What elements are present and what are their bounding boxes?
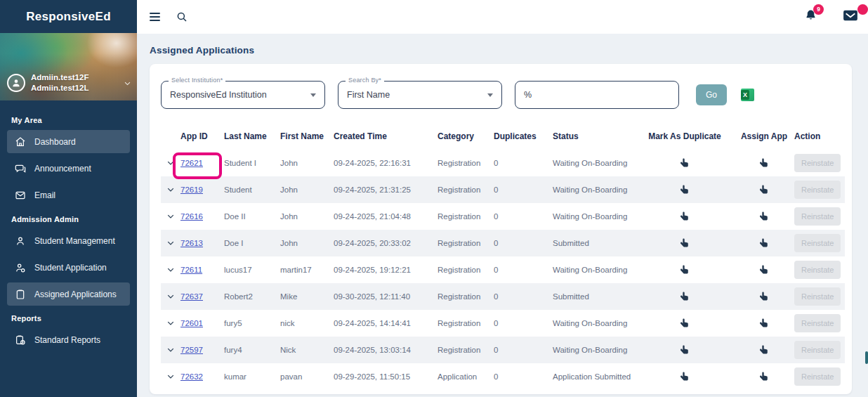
row-expand-chevron[interactable] <box>161 239 180 247</box>
filter-bar: Select Institution* ResponsiveEd Institu… <box>161 81 845 109</box>
notifications-button[interactable]: 9 <box>804 9 817 25</box>
sidebar-item-assigned-applications[interactable]: Assigned Applications <box>7 282 130 306</box>
person-icon <box>14 235 26 247</box>
row-expand-chevron[interactable] <box>161 346 180 354</box>
search-value-input[interactable]: % <box>515 81 679 109</box>
search-icon[interactable] <box>176 11 188 23</box>
applications-card: Select Institution* ResponsiveEd Institu… <box>150 64 852 394</box>
mark-as-duplicate-icon[interactable] <box>636 318 734 329</box>
app-id-link[interactable]: 72601 <box>180 319 203 327</box>
mark-as-duplicate-icon[interactable] <box>636 264 734 275</box>
sidebar-item-standard-reports[interactable]: Standard Reports <box>7 328 130 351</box>
reinstate-button[interactable]: Reinstate <box>794 367 841 386</box>
mark-as-duplicate-icon[interactable] <box>636 371 734 382</box>
app-id-link[interactable]: 72613 <box>180 239 203 247</box>
table-row: 72613 Doe I John 09-24-2025, 20:33:02 Re… <box>161 230 845 256</box>
reinstate-button[interactable]: Reinstate <box>794 261 841 279</box>
row-expand-chevron[interactable] <box>161 212 180 221</box>
status-cell: Submitted <box>553 239 636 247</box>
user-name: Admiin.test12F Admiin.test12L <box>31 72 118 93</box>
excel-export-icon[interactable] <box>741 89 754 101</box>
reinstate-button[interactable]: Reinstate <box>794 287 841 306</box>
reinstate-button[interactable]: Reinstate <box>794 181 841 199</box>
sidebar-item-label: Announcement <box>34 164 91 174</box>
reinstate-button[interactable]: Reinstate <box>794 207 841 226</box>
mark-as-duplicate-icon[interactable] <box>636 184 734 195</box>
status-cell: Waiting On-Boarding <box>553 266 636 274</box>
first-name-cell: Nick <box>280 346 334 354</box>
last-name-cell: Student I <box>224 159 280 167</box>
column-header-last-name: Last Name <box>224 131 280 141</box>
app-id-link[interactable]: 72637 <box>180 292 203 301</box>
mark-as-duplicate-icon[interactable] <box>636 291 734 302</box>
institution-select[interactable]: Select Institution* ResponsiveEd Institu… <box>161 81 325 109</box>
chevron-down-icon <box>487 93 493 97</box>
messages-button[interactable] <box>843 9 858 25</box>
mark-as-duplicate-icon[interactable] <box>636 157 734 169</box>
assign-app-icon[interactable] <box>734 184 794 195</box>
app-id-link[interactable]: 72621 <box>180 159 203 167</box>
sidebar-item-student-management[interactable]: Student Management <box>7 229 130 252</box>
sidebar-item-label: Standard Reports <box>34 335 100 345</box>
reinstate-button[interactable]: Reinstate <box>794 341 841 359</box>
assign-app-icon[interactable] <box>734 291 794 302</box>
app-id-link[interactable]: 72611 <box>180 266 202 274</box>
row-expand-chevron[interactable] <box>161 159 180 167</box>
app-id-link[interactable]: 72632 <box>180 372 203 381</box>
mark-as-duplicate-icon[interactable] <box>636 344 734 356</box>
assign-app-icon[interactable] <box>734 371 794 382</box>
menu-icon[interactable] <box>150 13 160 21</box>
reinstate-button[interactable]: Reinstate <box>794 314 841 332</box>
assign-app-icon[interactable] <box>734 237 794 249</box>
status-cell: Submitted <box>553 292 636 301</box>
app-window: ResponsiveEd Admiin.test12F Admiin.test1… <box>0 0 868 397</box>
search-by-select[interactable]: Search By* First Name <box>338 81 502 109</box>
app-id-link[interactable]: 72616 <box>180 212 203 221</box>
sidebar-item-dashboard[interactable]: Dashboard <box>7 130 130 153</box>
mark-as-duplicate-icon[interactable] <box>636 237 734 249</box>
sidebar-item-student-application[interactable]: Student Application <box>7 256 130 279</box>
last-name-cell: Doe I <box>224 239 280 247</box>
go-button[interactable]: Go <box>696 84 727 105</box>
assign-app-icon[interactable] <box>734 211 794 222</box>
assign-app-icon[interactable] <box>734 157 794 169</box>
scrollbar-thumb[interactable] <box>865 351 868 364</box>
first-name-cell: John <box>280 212 334 221</box>
sidebar-item-announcement[interactable]: Announcement <box>7 157 130 180</box>
avatar <box>7 74 25 92</box>
app-id-link[interactable]: 72597 <box>180 346 203 354</box>
column-header-first-name: First Name <box>280 131 334 141</box>
assign-app-icon[interactable] <box>734 318 794 329</box>
person-document-icon <box>14 262 26 273</box>
table-row: 72619 Student John 09-24-2025, 21:31:25 … <box>161 176 845 203</box>
assign-app-icon[interactable] <box>734 264 794 275</box>
first-name-cell: John <box>280 186 334 194</box>
sidebar-item-email[interactable]: Email <box>7 183 130 207</box>
category-cell: Registration <box>438 159 494 167</box>
duplicates-cell: 0 <box>494 159 553 167</box>
row-expand-chevron[interactable] <box>161 266 180 274</box>
row-expand-chevron[interactable] <box>161 372 180 381</box>
row-expand-chevron[interactable] <box>161 319 180 327</box>
mail-icon <box>843 9 858 22</box>
reinstate-button[interactable]: Reinstate <box>794 234 841 252</box>
user-profile[interactable]: Admiin.test12F Admiin.test12L <box>0 33 137 100</box>
status-cell: Waiting On-Boarding <box>553 186 636 194</box>
first-name-cell: John <box>280 159 334 167</box>
row-expand-chevron[interactable] <box>161 186 180 194</box>
mark-as-duplicate-icon[interactable] <box>636 211 734 222</box>
notification-count-badge: 9 <box>813 4 824 15</box>
column-header-app-id: App ID <box>180 131 224 141</box>
last-name-cell: fury5 <box>224 319 280 327</box>
topbar: 9 <box>137 0 868 34</box>
table-row: 72597 fury4 Nick 09-24-2025, 13:03:14 Re… <box>161 337 845 363</box>
section-label: Admission Admin <box>11 215 137 223</box>
first-name-cell: nick <box>280 319 334 327</box>
column-header-mark-as-duplicate: Mark As Duplicate <box>636 131 734 141</box>
assign-app-icon[interactable] <box>734 344 794 356</box>
app-id-link[interactable]: 72619 <box>180 186 203 194</box>
column-header-duplicates: Duplicates <box>494 131 553 141</box>
table-row: 72637 Robert2 Mike 09-30-2025, 12:11:40 … <box>161 283 845 310</box>
row-expand-chevron[interactable] <box>161 292 180 301</box>
reinstate-button[interactable]: Reinstate <box>794 154 841 172</box>
